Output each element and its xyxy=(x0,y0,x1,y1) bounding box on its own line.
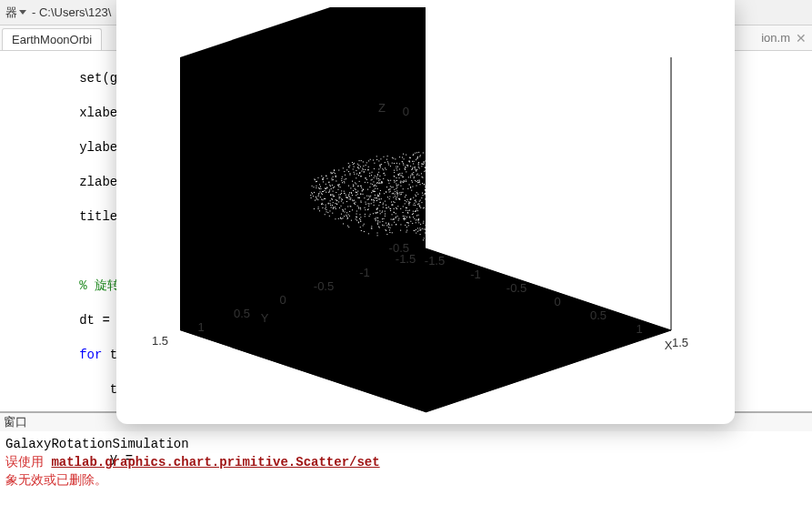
svg-rect-788 xyxy=(518,180,519,181)
svg-rect-1300 xyxy=(462,154,463,155)
svg-rect-728 xyxy=(396,163,397,164)
svg-rect-350 xyxy=(441,198,442,199)
svg-rect-842 xyxy=(365,169,366,170)
svg-rect-1042 xyxy=(410,176,411,177)
figure-axes[interactable]: -1.5-1-0.500.511.5-1.5-1-0.500.511.5-0.5… xyxy=(153,7,717,415)
svg-rect-1345 xyxy=(485,217,486,218)
svg-rect-1256 xyxy=(491,163,492,164)
svg-rect-1695 xyxy=(425,193,426,194)
svg-rect-1517 xyxy=(382,225,383,226)
svg-rect-1123 xyxy=(380,158,381,159)
svg-rect-873 xyxy=(497,197,498,198)
svg-rect-1138 xyxy=(481,199,482,200)
svg-rect-116 xyxy=(476,205,477,206)
svg-rect-863 xyxy=(445,214,446,215)
svg-rect-211 xyxy=(524,175,525,176)
svg-rect-614 xyxy=(380,167,381,168)
svg-rect-1002 xyxy=(332,179,333,180)
svg-rect-137 xyxy=(350,173,351,174)
svg-rect-168 xyxy=(516,220,516,221)
svg-rect-209 xyxy=(496,188,497,189)
svg-rect-488 xyxy=(379,179,380,180)
close-icon[interactable]: ✕ xyxy=(796,31,807,45)
svg-rect-802 xyxy=(516,202,517,203)
svg-rect-823 xyxy=(349,197,350,197)
svg-rect-1192 xyxy=(507,199,508,200)
svg-rect-1241 xyxy=(466,169,467,170)
svg-rect-980 xyxy=(496,220,496,221)
svg-rect-1329 xyxy=(421,202,422,203)
svg-rect-32 xyxy=(354,174,355,175)
svg-rect-225 xyxy=(530,197,531,197)
svg-rect-1040 xyxy=(409,202,410,203)
svg-rect-1795 xyxy=(482,196,483,197)
svg-rect-1323 xyxy=(360,176,361,177)
svg-rect-553 xyxy=(456,197,456,198)
svg-rect-3 xyxy=(527,174,528,175)
svg-rect-769 xyxy=(475,207,476,207)
svg-rect-796 xyxy=(420,234,421,235)
svg-rect-482 xyxy=(346,201,347,202)
svg-rect-663 xyxy=(529,177,530,177)
svg-rect-824 xyxy=(458,178,459,179)
svg-rect-836 xyxy=(376,197,377,198)
svg-rect-795 xyxy=(363,225,364,226)
svg-rect-1727 xyxy=(416,229,416,230)
svg-rect-1608 xyxy=(350,187,351,188)
svg-rect-1095 xyxy=(486,191,486,192)
svg-rect-1495 xyxy=(333,191,334,192)
svg-text:Z: Z xyxy=(378,101,386,115)
svg-rect-1212 xyxy=(469,210,470,211)
svg-rect-1309 xyxy=(459,207,460,208)
dropdown-icon[interactable] xyxy=(19,10,26,15)
svg-rect-255 xyxy=(448,165,449,166)
svg-rect-1195 xyxy=(382,168,383,169)
svg-rect-963 xyxy=(425,229,426,230)
error-link[interactable]: matlab.graphics.chart.primitive.Scatter/… xyxy=(51,455,379,470)
svg-rect-622 xyxy=(428,209,429,210)
svg-rect-473 xyxy=(461,188,462,189)
svg-rect-1687 xyxy=(378,180,379,181)
svg-rect-1442 xyxy=(391,219,392,220)
svg-rect-1640 xyxy=(509,191,510,192)
svg-rect-850 xyxy=(541,200,542,201)
svg-rect-1605 xyxy=(316,187,316,188)
svg-rect-880 xyxy=(467,223,468,224)
svg-rect-166 xyxy=(397,167,398,167)
svg-rect-275 xyxy=(495,212,496,213)
svg-rect-1542 xyxy=(500,157,501,158)
svg-rect-1416 xyxy=(376,208,377,209)
svg-rect-849 xyxy=(322,203,323,204)
svg-rect-1802 xyxy=(316,181,317,182)
svg-rect-1297 xyxy=(469,212,470,213)
svg-rect-1273 xyxy=(486,220,486,221)
svg-rect-391 xyxy=(396,192,397,193)
svg-rect-1591 xyxy=(434,210,435,211)
svg-rect-1554 xyxy=(377,196,378,197)
svg-rect-765 xyxy=(528,205,529,206)
svg-rect-1686 xyxy=(446,213,446,214)
command-window[interactable]: GalaxyRotationSimulation 误使用 matlab.grap… xyxy=(0,431,812,490)
svg-rect-1719 xyxy=(463,173,464,174)
svg-rect-693 xyxy=(406,207,407,208)
svg-rect-252 xyxy=(481,208,482,209)
svg-rect-729 xyxy=(383,157,384,157)
svg-rect-146 xyxy=(442,219,443,220)
figure-window[interactable]: -1.5-1-0.500.511.5-1.5-1-0.500.511.5-0.5… xyxy=(116,0,735,424)
svg-rect-583 xyxy=(466,211,466,212)
svg-rect-1685 xyxy=(350,199,351,200)
svg-rect-582 xyxy=(442,217,443,217)
svg-rect-229 xyxy=(486,203,487,204)
tab-earthmoon[interactable]: EarthMoonOrbi xyxy=(2,28,102,50)
svg-rect-1593 xyxy=(436,169,436,170)
svg-rect-1468 xyxy=(404,217,405,218)
svg-rect-119 xyxy=(380,164,381,165)
svg-rect-1460 xyxy=(374,205,375,206)
svg-rect-1490 xyxy=(429,207,430,208)
svg-rect-471 xyxy=(464,164,465,165)
svg-rect-366 xyxy=(392,157,393,158)
svg-rect-1217 xyxy=(414,161,415,162)
svg-rect-1059 xyxy=(491,222,492,223)
svg-rect-333 xyxy=(502,193,503,194)
svg-rect-1392 xyxy=(526,197,526,197)
